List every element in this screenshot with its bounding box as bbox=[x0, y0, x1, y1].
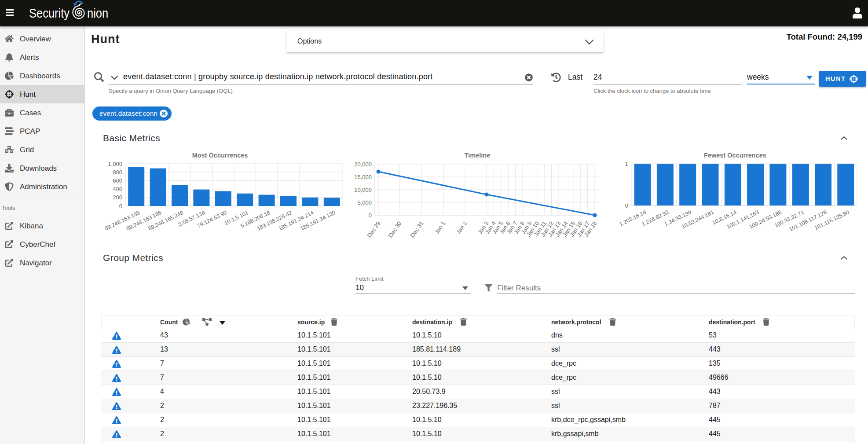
svg-text:Fewest Occurrences: Fewest Occurrences bbox=[704, 152, 766, 159]
svg-text:Jan 1: Jan 1 bbox=[433, 220, 447, 235]
svg-text:Dec 30: Dec 30 bbox=[387, 220, 403, 239]
svg-text:0: 0 bbox=[625, 202, 628, 209]
svg-text:15,000: 15,000 bbox=[354, 174, 372, 180]
svg-text:5,000: 5,000 bbox=[357, 199, 372, 206]
svg-text:1: 1 bbox=[625, 161, 628, 167]
svg-text:Timeline: Timeline bbox=[465, 152, 491, 159]
svg-text:Jan 2: Jan 2 bbox=[455, 220, 469, 235]
svg-text:101.108.117.128: 101.108.117.128 bbox=[788, 209, 828, 232]
svg-text:89.248.163.155: 89.248.163.155 bbox=[104, 209, 141, 232]
svg-text:Most Occurrences: Most Occurrences bbox=[192, 152, 248, 159]
svg-text:1,000: 1,000 bbox=[108, 161, 122, 167]
svg-text:0: 0 bbox=[119, 203, 122, 209]
svg-text:Dec 29: Dec 29 bbox=[366, 220, 382, 239]
svg-text:20,000: 20,000 bbox=[354, 161, 372, 168]
svg-text:Dec 31: Dec 31 bbox=[409, 220, 425, 239]
svg-text:0: 0 bbox=[369, 212, 372, 219]
svg-text:10,000: 10,000 bbox=[354, 187, 372, 193]
